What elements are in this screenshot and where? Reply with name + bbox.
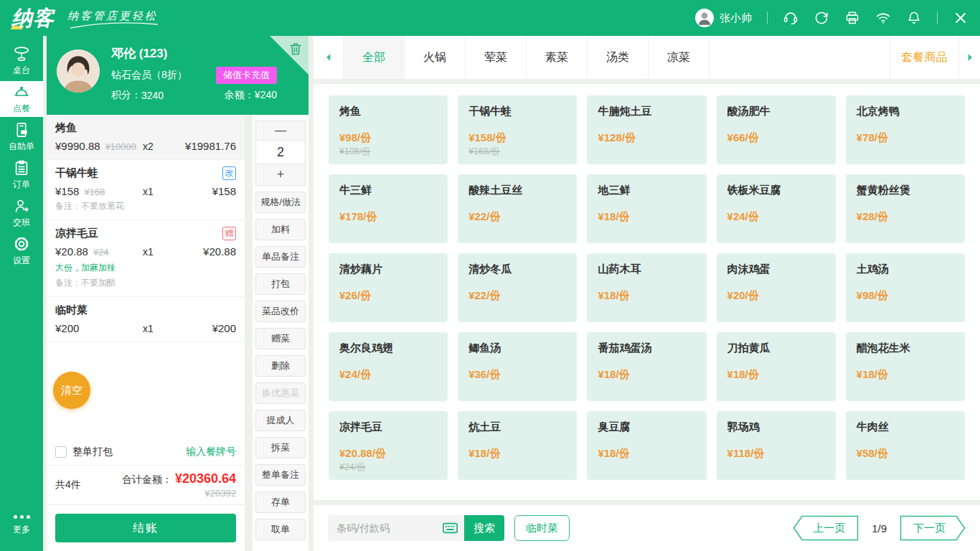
menu-item-name: 烤鱼 bbox=[339, 105, 437, 118]
menu-panel: 烤鱼 ¥98/份 ¥108/份 干锅牛蛙 ¥158/份 ¥168/份 牛腩炖土豆… bbox=[314, 84, 980, 500]
wifi-icon[interactable] bbox=[875, 10, 891, 26]
sidebar-item-settings[interactable]: 设置 bbox=[0, 233, 43, 269]
next-page-button[interactable]: 下一页 bbox=[900, 515, 966, 541]
total-amount: ¥20360.64 bbox=[175, 471, 236, 486]
menu-item-card[interactable]: 清炒藕片 ¥26/份 bbox=[329, 253, 448, 322]
pack-whole-order-checkbox[interactable] bbox=[55, 446, 67, 458]
menu-item-card[interactable]: 铁板米豆腐 ¥24/份 bbox=[717, 174, 836, 243]
checkout-button[interactable]: 结账 bbox=[55, 514, 236, 542]
order-item-quantity: x2 bbox=[143, 141, 180, 152]
support-icon[interactable] bbox=[783, 10, 798, 26]
bell-icon[interactable] bbox=[906, 10, 922, 26]
menu-item-card[interactable]: 土鸡汤 ¥98/份 bbox=[846, 253, 965, 322]
order-item[interactable]: 凉拌毛豆 赠 ¥20.88 ¥24 x1 ¥20.88 大份，加麻加辣 备注：不… bbox=[47, 220, 245, 297]
menu-grid: 烤鱼 ¥98/份 ¥108/份 干锅牛蛙 ¥158/份 ¥168/份 牛腩炖土豆… bbox=[314, 84, 980, 491]
tabs-scroll-right-icon[interactable] bbox=[958, 36, 980, 79]
action-button[interactable]: 单品备注 bbox=[255, 246, 306, 268]
sync-icon[interactable] bbox=[814, 10, 829, 26]
trash-icon[interactable] bbox=[288, 41, 303, 57]
action-button[interactable]: 赠菜 bbox=[255, 328, 306, 349]
menu-item-price: ¥178/份 bbox=[339, 210, 437, 224]
menu-item-card[interactable]: 鲫鱼汤 ¥36/份 bbox=[458, 332, 577, 401]
order-item-note: 备注：不要加醋 bbox=[55, 277, 236, 289]
order-item-original-price: ¥24 bbox=[93, 247, 109, 258]
menu-item-card[interactable]: 凉拌毛豆 ¥20.88/份 ¥24/份 bbox=[329, 411, 448, 480]
action-button[interactable]: 删除 bbox=[255, 355, 306, 377]
menu-item-card[interactable]: 北京烤鸭 ¥78/份 bbox=[846, 95, 965, 164]
sidebar-item-self-order[interactable]: 自助单 bbox=[0, 119, 43, 155]
bottom-bar: 搜索 临时菜 上一页 1/9 下一页 bbox=[314, 505, 980, 551]
action-button[interactable]: 加料 bbox=[255, 219, 306, 240]
category-tab[interactable]: 火锅 bbox=[405, 36, 466, 79]
menu-item-card[interactable]: 山药木耳 ¥18/份 bbox=[587, 253, 706, 322]
temp-dish-button[interactable]: 临时菜 bbox=[514, 515, 570, 541]
printer-icon[interactable] bbox=[844, 10, 860, 26]
menu-item-card[interactable]: 牛腩炖土豆 ¥128/份 bbox=[587, 95, 706, 164]
menu-item-card[interactable]: 炕土豆 ¥18/份 bbox=[458, 411, 577, 480]
user-chip[interactable]: 张小帅 bbox=[695, 9, 752, 27]
action-button[interactable]: 提成人 bbox=[255, 410, 306, 431]
sidebar-item-shift[interactable]: 交班 bbox=[0, 195, 43, 231]
menu-item-card[interactable]: 番茄鸡蛋汤 ¥18/份 bbox=[587, 332, 706, 401]
menu-item-card[interactable]: 臭豆腐 ¥18/份 bbox=[587, 411, 706, 480]
sidebar-item-more[interactable]: 更多 bbox=[0, 506, 43, 542]
category-tab[interactable]: 荤菜 bbox=[466, 36, 527, 79]
action-button[interactable]: 整单备注 bbox=[255, 464, 306, 486]
menu-item-card[interactable]: 肉沫鸡蛋 ¥20/份 bbox=[717, 253, 836, 322]
action-button[interactable]: 拆菜 bbox=[255, 437, 306, 458]
sidebar-item-tables[interactable]: 桌台 bbox=[0, 43, 43, 79]
action-button[interactable]: 规格/做法 bbox=[255, 192, 306, 213]
menu-item-card[interactable]: 酸辣土豆丝 ¥22/份 bbox=[458, 174, 577, 243]
quantity-plus-button[interactable]: + bbox=[255, 164, 306, 186]
tabs-scroll-left-icon[interactable] bbox=[314, 36, 344, 79]
selforder-icon bbox=[13, 121, 30, 138]
order-item-price-row: ¥20.88 ¥24 x1 ¥20.88 bbox=[55, 245, 236, 258]
menu-item-card[interactable]: 蟹黄粉丝煲 ¥28/份 bbox=[846, 174, 965, 243]
menu-item-card[interactable]: 刀拍黄瓜 ¥18/份 bbox=[717, 332, 836, 401]
enter-table-number-link[interactable]: 输入餐牌号 bbox=[186, 446, 236, 458]
menu-item-card[interactable]: 酸汤肥牛 ¥66/份 bbox=[717, 95, 836, 164]
order-item[interactable]: 烤鱼 ¥9990.88 ¥10000 x2 ¥19981.76 bbox=[47, 115, 245, 160]
menu-item-card[interactable]: 牛肉丝 ¥58/份 bbox=[846, 411, 965, 480]
close-icon[interactable] bbox=[953, 10, 969, 26]
topbar-divider bbox=[767, 11, 768, 24]
category-tab[interactable]: 凉菜 bbox=[649, 36, 710, 79]
menu-item-card[interactable]: 醋泡花生米 ¥18/份 bbox=[846, 332, 965, 401]
order-item[interactable]: 干锅牛蛙 改 ¥158 ¥168 x1 ¥158 备注：不要放葱花 bbox=[47, 160, 245, 220]
menu-item-card[interactable]: 清炒冬瓜 ¥22/份 bbox=[458, 253, 577, 322]
order-item[interactable]: 临时菜 ¥200 x1 ¥200 bbox=[47, 297, 245, 342]
order-panel: 清空 烤鱼 ¥9990.88 ¥10000 x2 ¥19981.76 bbox=[47, 115, 245, 551]
sidebar-item-label: 设置 bbox=[13, 255, 30, 267]
slogan-swoosh bbox=[69, 22, 161, 29]
menu-item-card[interactable]: 烤鱼 ¥98/份 ¥108/份 bbox=[329, 95, 448, 164]
sidebar-item-orders[interactable]: 订单 bbox=[0, 157, 43, 193]
menu-item-card[interactable]: 奥尔良鸡翅 ¥24/份 bbox=[329, 332, 448, 401]
order-item-name: 凉拌毛豆 bbox=[55, 227, 98, 240]
menu-item-price: ¥128/份 bbox=[598, 131, 695, 145]
clear-order-button[interactable]: 清空 bbox=[53, 372, 90, 409]
quantity-minus-button[interactable]: — bbox=[255, 121, 306, 141]
order-totals: 共4件 合计金额： ¥20360.64 ¥20392 bbox=[47, 465, 245, 505]
order-item-header: 干锅牛蛙 改 bbox=[55, 166, 236, 180]
recharge-button[interactable]: 储值卡充值 bbox=[216, 67, 277, 84]
menu-item-price: ¥18/份 bbox=[598, 447, 695, 461]
action-button[interactable]: 换优惠菜 bbox=[255, 382, 306, 404]
category-tab[interactable]: 汤类 bbox=[588, 36, 649, 79]
action-button[interactable]: 菜品改价 bbox=[255, 301, 306, 322]
action-button[interactable]: 取单 bbox=[255, 519, 306, 540]
action-button[interactable]: 打包 bbox=[255, 273, 306, 295]
menu-item-card[interactable]: 干锅牛蛙 ¥158/份 ¥168/份 bbox=[458, 95, 577, 164]
keyboard-icon[interactable] bbox=[442, 520, 458, 536]
menu-item-card[interactable]: 郭场鸡 ¥118/份 bbox=[717, 411, 836, 480]
sidebar-item-order-dishes[interactable]: 点餐 bbox=[0, 81, 43, 117]
search-button[interactable]: 搜索 bbox=[464, 515, 504, 541]
menu-item-card[interactable]: 地三鲜 ¥18/份 bbox=[587, 174, 706, 243]
tab-combo-products[interactable]: 套餐商品 bbox=[890, 36, 958, 79]
menu-item-card[interactable]: 牛三鲜 ¥178/份 bbox=[329, 174, 448, 243]
prev-page-button[interactable]: 上一页 bbox=[793, 515, 859, 541]
menu-item-price: ¥18/份 bbox=[598, 289, 695, 303]
action-button[interactable]: 存单 bbox=[255, 491, 306, 513]
category-tab[interactable]: 素菜 bbox=[527, 36, 588, 79]
category-tab[interactable]: 全部 bbox=[344, 36, 405, 79]
menu-item-price: ¥24/份 bbox=[339, 368, 437, 382]
